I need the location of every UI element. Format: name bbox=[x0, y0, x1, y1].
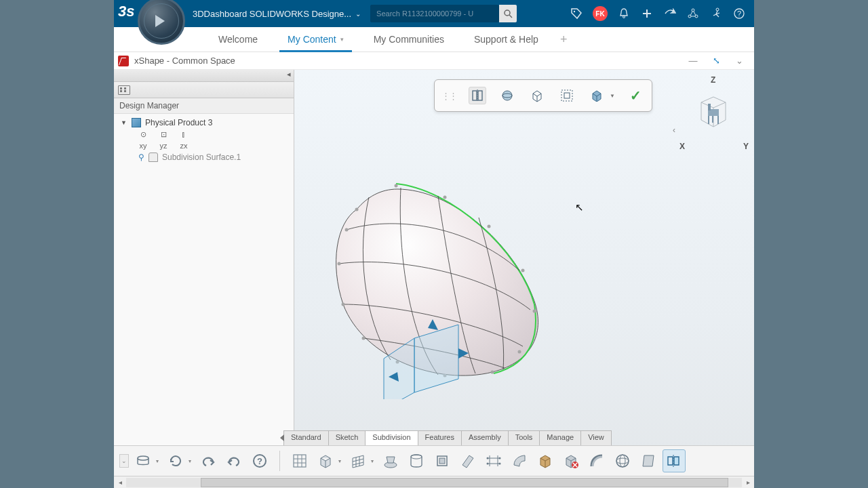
svg-point-62 bbox=[616, 458, 629, 464]
tool-display-dropdown[interactable]: ▼ bbox=[610, 93, 615, 99]
tree-root-label: Physical Product 3 bbox=[145, 118, 212, 127]
plane-yz[interactable]: yz bbox=[159, 142, 168, 150]
tab-tools[interactable]: Tools bbox=[508, 430, 540, 445]
bell-icon[interactable] bbox=[617, 7, 631, 20]
help-icon[interactable]: ? bbox=[732, 7, 746, 20]
cmd-symmetry[interactable] bbox=[663, 449, 686, 472]
horizontal-scrollbar[interactable]: ◂ ▸ bbox=[114, 476, 754, 488]
search-button[interactable] bbox=[499, 5, 517, 22]
design-manager-label: Design Manager bbox=[114, 98, 294, 114]
cmd-extrude[interactable] bbox=[379, 449, 402, 472]
app-dropdown-icon[interactable]: ⌄ bbox=[355, 10, 361, 18]
cmd-box-delete[interactable] bbox=[559, 449, 583, 472]
axis-gizmo[interactable]: Z X Y ‹ bbox=[679, 75, 747, 157]
sidebar-collapse-handle[interactable] bbox=[114, 70, 294, 82]
scroll-thumb[interactable] bbox=[201, 478, 728, 487]
cmd-save-dd[interactable]: ▾ bbox=[156, 458, 159, 464]
tool-select-box[interactable] bbox=[558, 87, 576, 104]
network-icon[interactable] bbox=[686, 7, 700, 20]
scroll-right-icon[interactable]: ▸ bbox=[742, 479, 754, 486]
topbar: 3s 3DDashboard SOLIDWORKS Designe... ⌄ F… bbox=[114, 0, 754, 27]
minimize-icon[interactable]: — bbox=[688, 56, 698, 66]
nav-my-content[interactable]: My Content▾ bbox=[273, 27, 359, 52]
person-run-icon[interactable] bbox=[709, 7, 723, 20]
menu-chevron-icon[interactable]: ⌄ bbox=[734, 56, 745, 66]
cmd-grid[interactable] bbox=[347, 449, 370, 472]
cmd-globe[interactable] bbox=[611, 449, 634, 472]
tabstrip-marker bbox=[280, 434, 284, 441]
cmd-primitive-box[interactable] bbox=[314, 449, 337, 472]
gizmo-cube[interactable] bbox=[694, 94, 732, 132]
plane-zx[interactable]: zx bbox=[179, 142, 189, 150]
nav-add-tab[interactable]: + bbox=[560, 33, 574, 47]
plane-icon-2[interactable]: ⊡ bbox=[159, 130, 168, 139]
tab-standard[interactable]: Standard bbox=[283, 430, 329, 445]
tool-symmetry[interactable] bbox=[469, 87, 486, 104]
plane-xy[interactable]: xy bbox=[138, 142, 148, 150]
svg-rect-41 bbox=[294, 455, 306, 467]
svg-point-61 bbox=[616, 455, 629, 467]
tab-manage[interactable]: Manage bbox=[539, 430, 581, 445]
svg-point-27 bbox=[488, 225, 491, 228]
svg-text:?: ? bbox=[737, 9, 741, 18]
tree-root[interactable]: ▼ Physical Product 3 bbox=[114, 117, 294, 129]
plane-icon-1[interactable]: ⊙ bbox=[138, 130, 148, 139]
cmd-loft[interactable] bbox=[482, 449, 505, 472]
cmd-skew-face[interactable] bbox=[637, 449, 660, 472]
tree-twisty-icon[interactable]: ▼ bbox=[121, 119, 127, 126]
cmd-face[interactable] bbox=[431, 449, 454, 472]
share-icon[interactable] bbox=[663, 7, 677, 20]
tool-display-mode[interactable] bbox=[588, 87, 606, 104]
tab-features[interactable]: Features bbox=[418, 430, 462, 445]
tool-confirm[interactable]: ✓ bbox=[627, 87, 645, 104]
xshape-app-icon bbox=[118, 56, 129, 66]
tree-view-icon[interactable] bbox=[118, 85, 130, 95]
collapse-icon[interactable]: ⤡ bbox=[711, 56, 722, 66]
tool-box-wire[interactable] bbox=[528, 87, 546, 104]
tab-sketch[interactable]: Sketch bbox=[328, 430, 366, 445]
cmd-help[interactable]: ? bbox=[248, 449, 271, 472]
cmd-separator bbox=[279, 451, 280, 471]
add-icon[interactable] bbox=[640, 7, 654, 20]
toolbar-drag-handle[interactable]: ⋮⋮ bbox=[441, 91, 456, 101]
cmd-grid-dd[interactable]: ▾ bbox=[371, 458, 374, 464]
cmd-crease[interactable] bbox=[585, 449, 608, 472]
tab-subdivision[interactable]: Subdivision bbox=[365, 430, 418, 445]
navbar: Welcome My Content▾ My Communities Suppo… bbox=[114, 27, 754, 52]
gizmo-collapse-icon[interactable]: ‹ bbox=[673, 125, 675, 135]
cmd-box-solid[interactable] bbox=[534, 449, 557, 472]
cmd-save[interactable] bbox=[132, 449, 155, 472]
cmd-sweep[interactable] bbox=[456, 449, 479, 472]
svg-point-55 bbox=[499, 458, 501, 460]
chevron-down-icon: ▾ bbox=[340, 36, 344, 43]
tag-icon[interactable] bbox=[570, 7, 583, 20]
cmd-update[interactable] bbox=[164, 449, 187, 472]
svg-point-8 bbox=[692, 9, 694, 12]
cmd-bend[interactable] bbox=[508, 449, 531, 472]
cmd-redo[interactable] bbox=[222, 449, 245, 472]
cmd-primitive-plane[interactable] bbox=[288, 449, 311, 472]
tab-view[interactable]: View bbox=[580, 430, 612, 445]
cmdbar-more-dropdown[interactable]: ⌄ bbox=[119, 454, 129, 468]
search-input[interactable] bbox=[370, 5, 499, 22]
surface-icon bbox=[149, 152, 158, 162]
cmd-revolve[interactable] bbox=[405, 449, 428, 472]
cmd-update-dd[interactable]: ▾ bbox=[189, 458, 191, 464]
plane-icon-3[interactable]: ⫿ bbox=[179, 130, 189, 139]
viewport-3d[interactable]: ⋮⋮ ▼ ✓ Z X Y ‹ bbox=[294, 70, 754, 488]
svg-point-25 bbox=[395, 184, 398, 188]
svg-point-24 bbox=[355, 208, 359, 211]
cmd-primitive-dd[interactable]: ▾ bbox=[338, 458, 341, 464]
svg-rect-13 bbox=[478, 91, 482, 100]
user-badge[interactable]: FK bbox=[593, 6, 608, 21]
scroll-track[interactable] bbox=[126, 478, 742, 487]
app-window: 3s 3DDashboard SOLIDWORKS Designe... ⌄ F… bbox=[114, 0, 754, 488]
nav-welcome[interactable]: Welcome bbox=[203, 27, 273, 52]
nav-support-help[interactable]: Support & Help bbox=[459, 27, 553, 52]
tree-subdiv-surface[interactable]: ⚲ Subdivision Surface.1 bbox=[114, 151, 294, 163]
scroll-left-icon[interactable]: ◂ bbox=[114, 479, 126, 486]
tab-assembly[interactable]: Assembly bbox=[461, 430, 509, 445]
cmd-undo[interactable] bbox=[197, 449, 220, 472]
tool-sphere[interactable] bbox=[498, 87, 516, 104]
nav-my-communities[interactable]: My Communities bbox=[359, 27, 459, 52]
